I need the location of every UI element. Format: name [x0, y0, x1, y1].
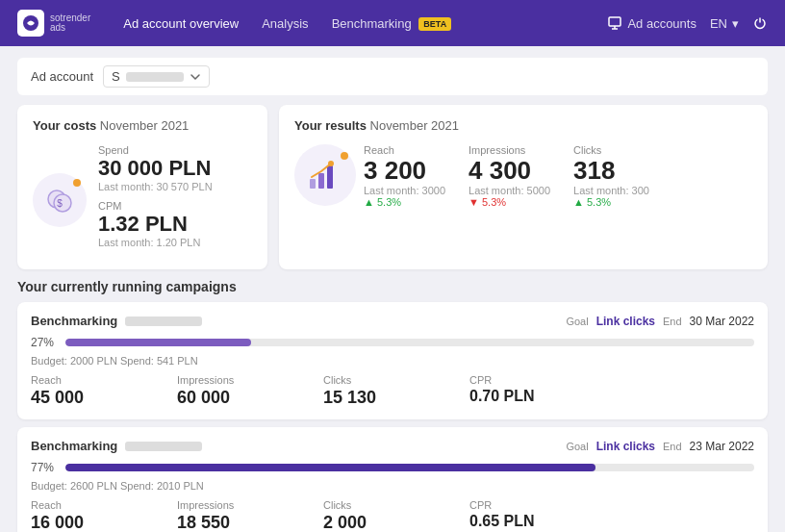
campaign-1-budget-pct: 27%	[31, 336, 58, 349]
language-label: EN	[710, 16, 727, 31]
reach-trend: 5.3%	[364, 196, 445, 208]
campaign-2-budget-pct: 77%	[31, 461, 58, 474]
logo-text: sotrender ads	[50, 13, 90, 33]
campaign-2-stat-clicks: Clicks 2 000	[323, 499, 462, 532]
nav-ad-account-overview[interactable]: Ad account overview	[114, 11, 248, 37]
top-panels: Your costs November 2021 $ Spend 30 000 …	[17, 105, 768, 269]
campaign-1-stat-reach: Reach 45 000	[31, 374, 169, 408]
reach-label: Reach	[364, 144, 445, 156]
cpm-last: Last month: 1.20 PLN	[98, 237, 213, 248]
campaign-2-end-label: End	[663, 441, 682, 452]
campaign-2-stat-cpr: CPR 0.65 PLN	[469, 499, 608, 532]
campaign-2-progress-fill	[65, 464, 595, 471]
costs-metrics: Spend 30 000 PLN Last month: 30 570 PLN …	[98, 144, 213, 256]
impressions-metric: Impressions 4 300 Last month: 5000 5.3%	[468, 144, 550, 208]
reach-last: Last month: 3000	[364, 185, 445, 196]
impressions-last: Last month: 5000	[468, 185, 550, 196]
logo-icon	[17, 10, 44, 37]
cpm-label: CPM	[98, 200, 213, 212]
campaign-1-progress-wrap	[65, 339, 754, 346]
clicks-label: Clicks	[573, 144, 649, 156]
campaign-2-name-placeholder	[125, 442, 202, 451]
campaign-1-stat-cpr: CPR 0.70 PLN	[469, 374, 608, 408]
campaign-2-stat-reach: Reach 16 000	[31, 499, 169, 532]
campaign-1-header: Benchmarking Goal Link clicks End 30 Mar…	[31, 314, 754, 328]
coins-icon: $	[45, 186, 74, 215]
language-selector[interactable]: EN ▾	[710, 16, 739, 31]
spend-last: Last month: 30 570 PLN	[98, 181, 213, 192]
campaign-2-name: Benchmarking	[31, 439, 117, 453]
costs-dot	[73, 179, 81, 187]
campaign-2-end-value: 23 Mar 2022	[690, 440, 754, 453]
dropdown-icon	[190, 71, 201, 83]
costs-panel: Your costs November 2021 $ Spend 30 000 …	[17, 105, 267, 269]
logo[interactable]: sotrender ads	[17, 10, 90, 37]
campaign-1-name: Benchmarking	[31, 314, 117, 328]
svg-rect-6	[318, 173, 324, 189]
campaign-1-name-area: Benchmarking	[31, 314, 202, 328]
campaign-2-header: Benchmarking Goal Link clicks End 23 Mar…	[31, 439, 754, 453]
impressions-value: 4 300	[468, 158, 550, 183]
navbar: sotrender ads Ad account overview Analys…	[0, 0, 785, 46]
campaign-1-budget-detail: Budget: 2000 PLN Spend: 541 PLN	[31, 355, 754, 367]
ad-account-name: S	[112, 69, 120, 84]
campaign-1-meta: Goal Link clicks End 30 Mar 2022	[566, 315, 754, 328]
campaign-1-stats: Reach 45 000 Impressions 60 000 Clicks 1…	[31, 374, 754, 408]
clicks-value: 318	[573, 158, 649, 183]
campaign-1-stat-impressions: Impressions 60 000	[177, 374, 316, 408]
campaign-2-goal-label: Goal	[566, 441, 588, 452]
results-panel: Your results November 2021 Reach	[279, 105, 768, 269]
ad-account-select[interactable]: S	[103, 65, 210, 88]
campaign-card-2: Benchmarking Goal Link clicks End 23 Mar…	[17, 427, 768, 532]
results-metrics: Reach 3 200 Last month: 3000 5.3% Impres…	[364, 144, 752, 208]
spend-label: Spend	[98, 144, 213, 156]
reach-value: 3 200	[364, 158, 445, 183]
reach-metric: Reach 3 200 Last month: 3000 5.3%	[364, 144, 445, 208]
spend-value: 30 000 PLN	[98, 158, 213, 179]
clicks-last: Last month: 300	[573, 185, 649, 196]
nav-analysis[interactable]: Analysis	[252, 11, 317, 37]
clicks-trend: 5.3%	[573, 196, 649, 208]
campaign-1-goal-value: Link clicks	[596, 315, 655, 328]
power-icon	[752, 15, 768, 31]
costs-inner: $ Spend 30 000 PLN Last month: 30 570 PL…	[33, 144, 252, 256]
campaign-1-goal-label: Goal	[566, 316, 588, 327]
campaign-2-stat-impressions: Impressions 18 550	[177, 499, 316, 532]
campaign-1-stat-clicks: Clicks 15 130	[323, 374, 462, 408]
main-content: Ad account S Your costs November 2021 $	[0, 46, 785, 532]
account-name-placeholder	[126, 72, 184, 82]
campaign-2-progress-wrap	[65, 464, 754, 471]
power-button[interactable]	[752, 15, 768, 31]
campaign-2-budget-row: 77%	[31, 461, 754, 474]
impressions-trend: 5.3%	[468, 196, 550, 208]
results-inner: Reach 3 200 Last month: 3000 5.3% Impres…	[294, 144, 752, 208]
ad-account-label: Ad account	[31, 69, 93, 84]
svg-rect-5	[310, 179, 316, 189]
nav-links: Ad account overview Analysis Benchmarkin…	[114, 11, 584, 37]
campaign-card-1: Benchmarking Goal Link clicks End 30 Mar…	[17, 302, 768, 419]
campaign-1-name-placeholder	[125, 317, 202, 326]
campaign-2-meta: Goal Link clicks End 23 Mar 2022	[566, 440, 754, 453]
results-icon	[294, 144, 356, 206]
nav-benchmarking[interactable]: Benchmarking BETA	[322, 11, 462, 37]
nav-ad-accounts-button[interactable]: Ad accounts	[607, 15, 696, 31]
costs-title: Your costs November 2021	[33, 118, 252, 133]
ad-accounts-label: Ad accounts	[627, 16, 696, 31]
svg-text:$: $	[57, 198, 63, 209]
nav-benchmarking-label: Benchmarking	[332, 16, 412, 31]
beta-badge: BETA	[418, 17, 451, 31]
results-title: Your results November 2021	[294, 118, 752, 133]
campaigns-section: Your currently running campaigns Benchma…	[17, 279, 768, 532]
campaign-1-progress-fill	[65, 339, 251, 346]
impressions-label: Impressions	[468, 144, 550, 156]
logo-line2: ads	[50, 23, 90, 33]
campaigns-section-title: Your currently running campaigns	[17, 279, 768, 294]
spend-metric: Spend 30 000 PLN Last month: 30 570 PLN	[98, 144, 213, 192]
cpm-value: 1.32 PLN	[98, 214, 213, 235]
costs-icon: $	[33, 173, 87, 227]
clicks-metric: Clicks 318 Last month: 300 5.3%	[573, 144, 649, 208]
campaign-2-goal-value: Link clicks	[596, 440, 655, 453]
cpm-metric: CPM 1.32 PLN Last month: 1.20 PLN	[98, 200, 213, 248]
campaign-2-name-area: Benchmarking	[31, 439, 202, 453]
svg-rect-1	[609, 17, 620, 26]
